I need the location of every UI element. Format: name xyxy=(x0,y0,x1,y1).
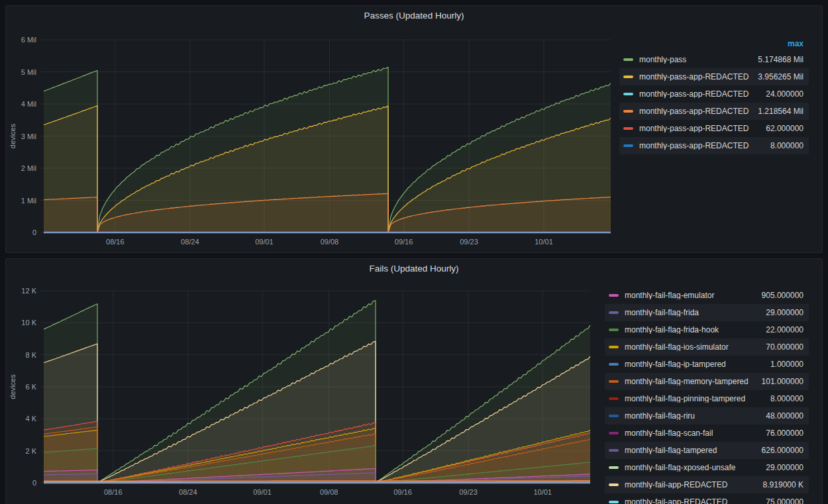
legend-row[interactable]: monthly-pass-app-REDACTED24.000000 xyxy=(619,85,809,103)
passes-legend: maxmonthly-pass5.174868 Milmonthly-pass-… xyxy=(619,36,809,154)
y-axis-tick-label: 6 Mil xyxy=(21,36,36,44)
legend-row[interactable]: monthly-pass5.174868 Mil xyxy=(619,51,809,68)
y-axis-title: devices xyxy=(9,374,17,399)
series-name[interactable]: monthly-pass-app-REDACTED xyxy=(639,90,759,98)
series-max-value: 62.000000 xyxy=(766,125,803,132)
series-color-swatch[interactable] xyxy=(623,76,633,78)
legend-row[interactable]: monthly-fail-flag-ip-tampered1.000000 xyxy=(605,356,809,373)
series-color-swatch[interactable] xyxy=(609,466,619,469)
y-axis-tick-label: 5 Mil xyxy=(21,68,36,76)
series-max-value: 8.919000 K xyxy=(763,481,803,489)
series-name[interactable]: monthly-pass-app-REDACTED xyxy=(639,142,764,150)
series-max-value: 8.000000 xyxy=(770,395,803,403)
legend-row[interactable]: monthly-pass-app-REDACTED1.218564 Mil xyxy=(619,103,809,120)
x-axis-tick-label: 09/01 xyxy=(253,488,272,496)
series-name[interactable]: monthly-fail-flag-pinning-tampered xyxy=(625,395,764,403)
y-axis-title: devices xyxy=(9,123,17,148)
y-axis-tick-label: 4 Mil xyxy=(21,100,36,108)
series-color-swatch[interactable] xyxy=(609,415,619,417)
series-color-swatch[interactable] xyxy=(609,346,619,348)
series-max-value: 1.218564 Mil xyxy=(758,107,803,115)
series-color-swatch[interactable] xyxy=(609,432,619,434)
series-color-swatch[interactable] xyxy=(609,449,619,452)
legend-row[interactable]: monthly-fail-flag-pinning-tampered8.0000… xyxy=(605,390,809,407)
x-axis-tick-label: 10/01 xyxy=(533,488,552,496)
x-axis-tick-label: 09/08 xyxy=(320,488,338,496)
y-axis-tick-label: 10 K xyxy=(21,319,36,327)
series-name[interactable]: monthly-pass-app-REDACTED xyxy=(639,73,751,81)
series-color-swatch[interactable] xyxy=(609,294,619,297)
x-axis-tick-label: 09/23 xyxy=(459,488,478,496)
series-color-swatch[interactable] xyxy=(623,93,633,95)
y-axis-tick-label: 2 Mil xyxy=(21,164,36,172)
series-name[interactable]: monthly-fail-flag-frida xyxy=(625,309,759,317)
legend-row[interactable]: monthly-fail-app-REDACTED75.000000 xyxy=(605,493,809,504)
x-axis-tick-label: 08/24 xyxy=(181,238,199,246)
panel-title-fails[interactable]: Fails (Updated Hourly) xyxy=(6,259,822,279)
x-axis-tick-label: 09/16 xyxy=(395,238,413,246)
series-color-swatch[interactable] xyxy=(609,483,619,486)
y-axis-tick-label: 1 Mil xyxy=(21,197,36,205)
series-max-value: 5.174868 Mil xyxy=(758,56,803,64)
series-name[interactable]: monthly-pass-app-REDACTED xyxy=(639,125,759,132)
series-max-value: 75.000000 xyxy=(766,498,803,504)
legend-row[interactable]: monthly-fail-flag-emulator905.000000 xyxy=(605,287,809,304)
fails-chart[interactable]: 02 K4 K6 K8 K10 K12 K08/1608/2409/0109/0… xyxy=(6,279,625,504)
y-axis-tick-label: 0 xyxy=(32,479,36,487)
panel-title-passes[interactable]: Passes (Updated Hourly) xyxy=(6,6,822,26)
series-name[interactable]: monthly-fail-app-REDACTED xyxy=(625,481,756,489)
series-name[interactable]: monthly-pass xyxy=(639,56,751,64)
series-max-value: 29.000000 xyxy=(766,309,803,317)
series-color-swatch[interactable] xyxy=(609,501,619,503)
legend-row[interactable]: monthly-fail-flag-frida-hook22.000000 xyxy=(605,321,809,338)
legend-row[interactable]: monthly-pass-app-REDACTED8.000000 xyxy=(619,137,809,154)
legend-row[interactable]: monthly-fail-flag-tampered626.000000 xyxy=(605,442,809,459)
series-name[interactable]: monthly-fail-flag-xposed-unsafe xyxy=(625,464,759,472)
series-color-swatch[interactable] xyxy=(609,363,619,366)
series-color-swatch[interactable] xyxy=(609,397,619,400)
y-axis-tick-label: 8 K xyxy=(25,351,36,359)
series-name[interactable]: monthly-fail-app-REDACTED xyxy=(625,498,759,504)
legend-row[interactable]: monthly-fail-flag-riru48.000000 xyxy=(605,407,809,425)
legend-row[interactable]: monthly-fail-flag-frida29.000000 xyxy=(605,304,809,321)
passes-chart[interactable]: 01 Mil2 Mil3 Mil4 Mil5 Mil6 Mil08/1608/2… xyxy=(6,26,625,254)
legend-row[interactable]: monthly-fail-flag-memory-tampered101.000… xyxy=(605,373,809,390)
fails-legend: monthly-fail-flag-emulator905.000000mont… xyxy=(605,287,809,504)
legend-row[interactable]: monthly-pass-app-REDACTED62.000000 xyxy=(619,120,809,137)
series-name[interactable]: monthly-pass-app-REDACTED xyxy=(639,107,751,115)
series-name[interactable]: monthly-fail-flag-ip-tampered xyxy=(625,360,764,368)
series-max-value: 76.000000 xyxy=(766,429,803,437)
series-name[interactable]: monthly-fail-flag-tampered xyxy=(625,446,755,454)
x-axis-tick-label: 09/01 xyxy=(255,238,274,246)
series-max-value: 70.000000 xyxy=(766,343,803,351)
x-axis-tick-label: 09/08 xyxy=(321,238,339,246)
series-color-swatch[interactable] xyxy=(623,127,633,130)
legend-row[interactable]: monthly-fail-flag-ios-simulator70.000000 xyxy=(605,338,809,356)
legend-row[interactable]: monthly-fail-flag-xposed-unsafe29.000000 xyxy=(605,459,809,476)
series-name[interactable]: monthly-fail-flag-scan-fail xyxy=(625,429,759,437)
series-max-value: 1.000000 xyxy=(770,360,803,368)
legend-header-max[interactable]: max xyxy=(619,36,809,51)
series-color-swatch[interactable] xyxy=(623,144,633,147)
x-axis-tick-label: 09/23 xyxy=(460,238,478,246)
x-axis-tick-label: 08/16 xyxy=(106,238,125,246)
x-axis-tick-label: 10/01 xyxy=(535,238,553,246)
series-name[interactable]: monthly-fail-flag-frida-hook xyxy=(625,326,759,334)
series-color-swatch[interactable] xyxy=(609,380,619,383)
legend-row[interactable]: monthly-fail-flag-scan-fail76.000000 xyxy=(605,425,809,442)
y-axis-tick-label: 3 Mil xyxy=(21,132,36,140)
series-color-swatch[interactable] xyxy=(623,110,633,113)
x-axis-tick-label: 08/16 xyxy=(104,488,123,496)
series-name[interactable]: monthly-fail-flag-ios-simulator xyxy=(625,343,759,351)
series-max-value: 905.000000 xyxy=(762,291,803,299)
series-max-value: 48.000000 xyxy=(766,412,803,420)
series-color-swatch[interactable] xyxy=(609,328,619,331)
series-name[interactable]: monthly-fail-flag-riru xyxy=(625,412,759,420)
series-color-swatch[interactable] xyxy=(623,58,633,61)
series-name[interactable]: monthly-fail-flag-memory-tampered xyxy=(625,378,755,385)
series-name[interactable]: monthly-fail-flag-emulator xyxy=(625,291,755,299)
legend-row[interactable]: monthly-pass-app-REDACTED3.956265 Mil xyxy=(619,68,809,85)
y-axis-tick-label: 4 K xyxy=(25,415,36,423)
series-color-swatch[interactable] xyxy=(609,311,619,314)
legend-row[interactable]: monthly-fail-app-REDACTED8.919000 K xyxy=(605,476,809,493)
